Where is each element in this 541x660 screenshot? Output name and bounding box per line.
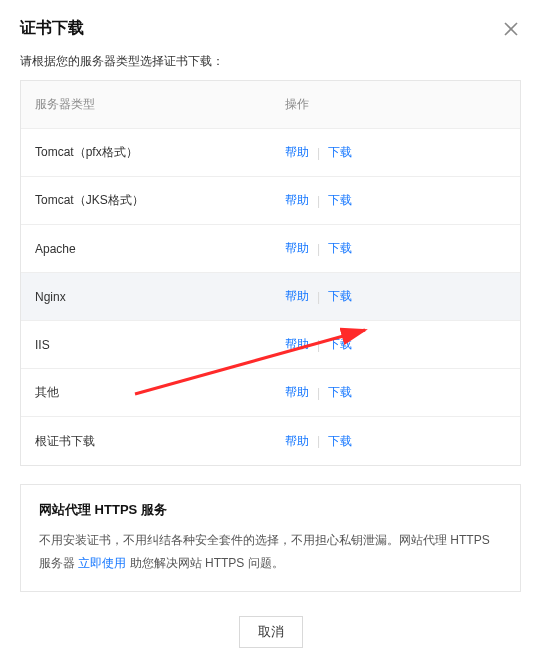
cancel-button[interactable]: 取消 xyxy=(239,616,303,648)
col-header-server: 服务器类型 xyxy=(35,96,285,113)
action-separator: | xyxy=(317,242,320,256)
download-link[interactable]: 下载 xyxy=(328,288,352,305)
panel-text: 不用安装证书，不用纠结各种安全套件的选择，不用担心私钥泄漏。网站代理 HTTPS… xyxy=(39,529,502,575)
cert-download-modal: 证书下载 请根据您的服务器类型选择证书下载： 服务器类型 操作 Tomcat（p… xyxy=(0,0,541,660)
table-row: Apache帮助|下载 xyxy=(21,225,520,273)
close-icon[interactable] xyxy=(501,19,521,39)
server-name: IIS xyxy=(35,338,285,352)
col-header-ops: 操作 xyxy=(285,96,506,113)
row-actions: 帮助|下载 xyxy=(285,240,506,257)
server-name: 根证书下载 xyxy=(35,433,285,450)
help-link[interactable]: 帮助 xyxy=(285,433,309,450)
download-link[interactable]: 下载 xyxy=(328,384,352,401)
help-link[interactable]: 帮助 xyxy=(285,144,309,161)
action-separator: | xyxy=(317,290,320,304)
action-separator: | xyxy=(317,194,320,208)
action-separator: | xyxy=(317,386,320,400)
help-link[interactable]: 帮助 xyxy=(285,240,309,257)
table-row: Tomcat（JKS格式）帮助|下载 xyxy=(21,177,520,225)
table-row: 其他帮助|下载 xyxy=(21,369,520,417)
download-link[interactable]: 下载 xyxy=(328,336,352,353)
row-actions: 帮助|下载 xyxy=(285,192,506,209)
row-actions: 帮助|下载 xyxy=(285,433,506,450)
download-link[interactable]: 下载 xyxy=(328,192,352,209)
download-link[interactable]: 下载 xyxy=(328,240,352,257)
modal-title: 证书下载 xyxy=(20,18,84,39)
modal-footer: 取消 xyxy=(20,616,521,648)
action-separator: | xyxy=(317,434,320,448)
row-actions: 帮助|下载 xyxy=(285,336,506,353)
modal-subtitle: 请根据您的服务器类型选择证书下载： xyxy=(20,53,521,70)
download-link[interactable]: 下载 xyxy=(328,433,352,450)
table-header: 服务器类型 操作 xyxy=(21,81,520,129)
https-proxy-panel: 网站代理 HTTPS 服务 不用安装证书，不用纠结各种安全套件的选择，不用担心私… xyxy=(20,484,521,592)
help-link[interactable]: 帮助 xyxy=(285,336,309,353)
download-link[interactable]: 下载 xyxy=(328,144,352,161)
panel-title: 网站代理 HTTPS 服务 xyxy=(39,501,502,519)
modal-header: 证书下载 xyxy=(20,18,521,39)
server-name: Apache xyxy=(35,242,285,256)
panel-text-after: 助您解决网站 HTTPS 问题。 xyxy=(126,556,283,570)
row-actions: 帮助|下载 xyxy=(285,384,506,401)
server-name: Nginx xyxy=(35,290,285,304)
help-link[interactable]: 帮助 xyxy=(285,384,309,401)
action-separator: | xyxy=(317,338,320,352)
row-actions: 帮助|下载 xyxy=(285,288,506,305)
use-now-link[interactable]: 立即使用 xyxy=(78,556,126,570)
server-name: 其他 xyxy=(35,384,285,401)
action-separator: | xyxy=(317,146,320,160)
help-link[interactable]: 帮助 xyxy=(285,192,309,209)
server-name: Tomcat（JKS格式） xyxy=(35,192,285,209)
server-table: 服务器类型 操作 Tomcat（pfx格式）帮助|下载Tomcat（JKS格式）… xyxy=(20,80,521,466)
server-name: Tomcat（pfx格式） xyxy=(35,144,285,161)
help-link[interactable]: 帮助 xyxy=(285,288,309,305)
table-row: Tomcat（pfx格式）帮助|下载 xyxy=(21,129,520,177)
table-row: 根证书下载帮助|下载 xyxy=(21,417,520,465)
table-row: Nginx帮助|下载 xyxy=(21,273,520,321)
table-row: IIS帮助|下载 xyxy=(21,321,520,369)
row-actions: 帮助|下载 xyxy=(285,144,506,161)
